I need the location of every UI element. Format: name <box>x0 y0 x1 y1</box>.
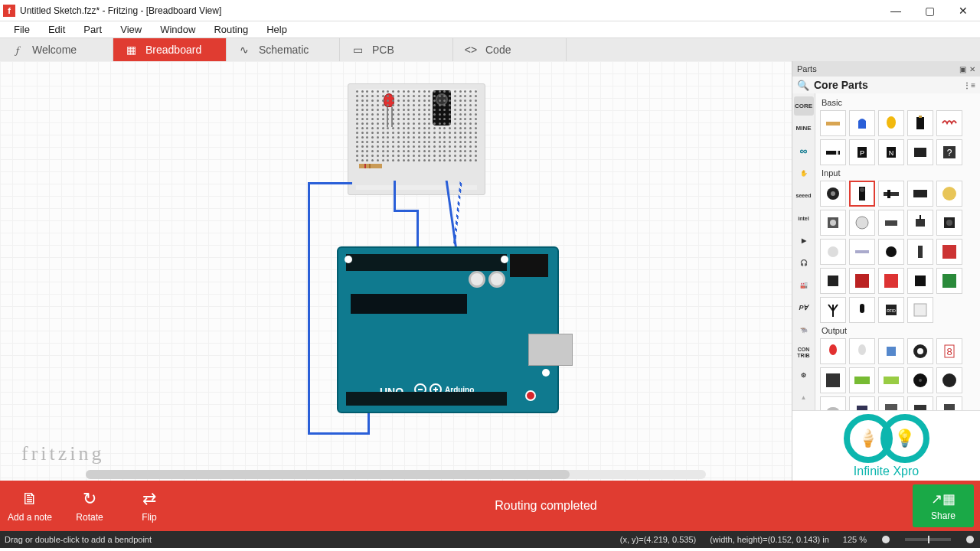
wire[interactable] <box>394 181 396 211</box>
tab-welcome[interactable]: 𝑓 Welcome <box>0 38 113 61</box>
breadboard-part[interactable] <box>348 83 485 195</box>
arduino-uno-part[interactable]: UNO Arduino <box>337 246 559 413</box>
bin-core[interactable]: CORE <box>794 96 814 116</box>
horizontal-scrollbar[interactable] <box>86 470 706 479</box>
add-note-button[interactable]: 🗎 Add a note <box>0 481 60 531</box>
panel-menu-icon[interactable]: ⋮≡ <box>963 81 975 90</box>
menu-help[interactable]: Help <box>259 22 295 37</box>
zoom-out-icon[interactable] <box>882 536 890 543</box>
arduino-header-digital[interactable] <box>346 392 507 406</box>
tab-breadboard[interactable]: ▦ Breadboard <box>113 38 227 61</box>
part-dip-switch[interactable] <box>907 181 933 207</box>
menu-routing[interactable]: Routing <box>206 22 256 37</box>
bin-pa[interactable]: P∀ <box>794 298 814 318</box>
part-gps[interactable] <box>936 268 962 294</box>
bin-intel[interactable]: intel <box>794 208 814 227</box>
part-trimpot[interactable] <box>820 210 846 236</box>
share-button[interactable]: ↗▦ Share <box>913 484 974 527</box>
bin-gear[interactable]: ⚙ <box>794 365 814 384</box>
rotate-button[interactable]: ↻ Rotate <box>60 481 119 531</box>
part-mystery[interactable]: ? <box>936 139 962 165</box>
part-transistor-p[interactable]: P <box>849 139 875 165</box>
panel-close-icon[interactable]: ✕ <box>969 65 975 73</box>
part-sensor-ir[interactable] <box>820 268 846 294</box>
menu-part[interactable]: Part <box>76 22 109 37</box>
part-motor[interactable] <box>820 396 846 410</box>
part-stepper[interactable] <box>878 396 904 410</box>
bin-factory[interactable]: 🏭 <box>794 276 814 295</box>
bin-play[interactable]: ▶ <box>794 231 814 250</box>
bin-arduino[interactable]: ∞ <box>794 142 814 161</box>
part-led-rgb[interactable] <box>849 338 875 364</box>
part-slider[interactable] <box>878 181 904 207</box>
part-solenoid[interactable] <box>936 396 962 410</box>
parts-grid[interactable]: Basic P N ? Input <box>815 93 980 410</box>
flip-button[interactable]: ⇄ Flip <box>119 481 179 531</box>
part-buzzer[interactable] <box>907 367 933 393</box>
part-led[interactable] <box>820 338 846 364</box>
part-led-matrix[interactable] <box>820 367 846 393</box>
menu-view[interactable]: View <box>113 22 149 37</box>
part-tilt[interactable] <box>820 239 846 265</box>
part-resistor[interactable] <box>820 110 846 136</box>
status-zoom[interactable]: 125 % <box>843 535 867 544</box>
part-servo[interactable] <box>849 396 875 410</box>
part-diode[interactable] <box>820 139 846 165</box>
close-button[interactable]: ✕ <box>946 0 980 21</box>
zoom-slider[interactable] <box>905 538 951 541</box>
menu-edit[interactable]: Edit <box>41 22 73 37</box>
part-7seg[interactable]: 8 <box>936 338 962 364</box>
tab-pcb[interactable]: ▭ PCB <box>340 38 453 61</box>
part-toggle[interactable] <box>907 210 933 236</box>
menu-file[interactable]: File <box>6 22 38 37</box>
wire[interactable] <box>394 210 418 212</box>
part-keypad[interactable] <box>907 297 933 323</box>
bin-mine[interactable]: MINE <box>794 119 814 138</box>
bin-bull[interactable]: 🐃 <box>794 321 814 340</box>
bin-hand[interactable]: ✋ <box>794 164 814 183</box>
minimize-button[interactable]: — <box>879 0 913 21</box>
part-switch[interactable] <box>878 210 904 236</box>
part-antenna[interactable] <box>820 297 846 323</box>
part-coin[interactable] <box>936 181 962 207</box>
canvas[interactable]: UNO Arduino fritzing <box>0 61 792 481</box>
bin-up-icon[interactable]: ▲ <box>794 388 814 407</box>
part-photoresistor[interactable] <box>878 239 904 265</box>
wire[interactable] <box>308 182 310 435</box>
tab-schematic[interactable]: ∿ Schematic <box>227 38 340 61</box>
part-transistor-n[interactable]: N <box>878 139 904 165</box>
part-mic[interactable] <box>849 297 875 323</box>
part-battery[interactable] <box>907 110 933 136</box>
part-rotary-pot[interactable] <box>849 210 875 236</box>
arduino-reset-button[interactable] <box>525 390 536 401</box>
maximize-button[interactable]: ▢ <box>913 0 946 21</box>
part-accelerometer[interactable] <box>849 268 875 294</box>
bin-seeed[interactable]: seeed <box>794 186 814 205</box>
part-relay[interactable] <box>907 396 933 410</box>
panel-dock-icon[interactable]: ▣ <box>959 65 966 73</box>
part-ic[interactable] <box>907 139 933 165</box>
part-inductor[interactable] <box>936 110 962 136</box>
part-distance[interactable] <box>907 268 933 294</box>
wire[interactable] <box>308 432 369 435</box>
part-capacitor-ceramic[interactable] <box>849 110 875 136</box>
part-gyro[interactable] <box>878 268 904 294</box>
part-lcd[interactable] <box>878 367 904 393</box>
arduino-header-analog[interactable] <box>346 254 507 271</box>
part-rfid[interactable]: RFID <box>878 297 904 323</box>
zoom-in-icon[interactable] <box>966 536 974 543</box>
menu-window[interactable]: Window <box>152 22 203 37</box>
part-tactile[interactable] <box>936 210 962 236</box>
wire[interactable] <box>308 182 352 184</box>
part-capacitor-tantalum[interactable] <box>878 110 904 136</box>
part-thermistor[interactable] <box>907 239 933 265</box>
part-joystick[interactable] <box>936 239 962 265</box>
part-neopixel-ring[interactable] <box>907 338 933 364</box>
search-icon[interactable]: 🔍 <box>797 79 809 91</box>
bin-audio[interactable]: 🎧 <box>794 253 814 272</box>
part-led-blue[interactable] <box>878 338 904 364</box>
bin-contrib[interactable]: CON TRIB <box>794 343 814 362</box>
part-speaker[interactable] <box>936 367 962 393</box>
part-lcd-green[interactable] <box>849 367 875 393</box>
tab-code[interactable]: <> Code <box>453 38 567 61</box>
